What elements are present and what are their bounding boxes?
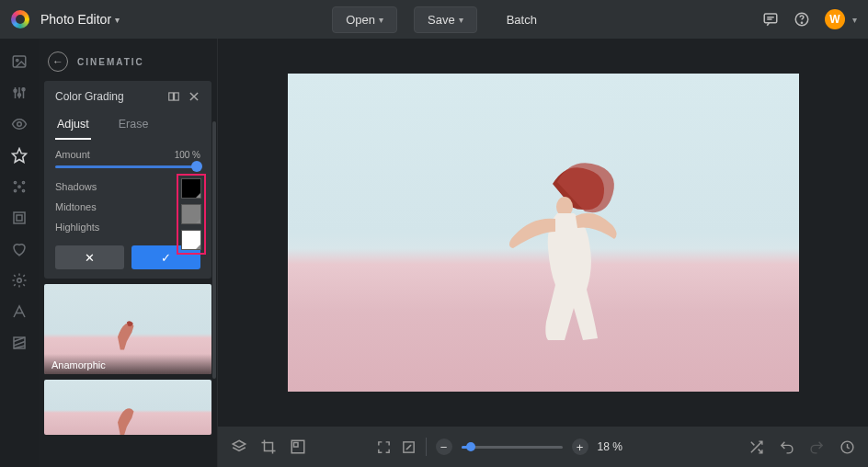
image-icon[interactable] [11, 53, 28, 70]
panel-scrollbar[interactable] [212, 121, 216, 379]
tool-rail [0, 39, 39, 467]
svg-point-18 [14, 189, 16, 191]
svg-line-25 [14, 342, 25, 347]
svg-point-13 [17, 122, 22, 127]
svg-marker-14 [13, 149, 27, 163]
canvas[interactable] [218, 39, 868, 427]
fit-icon[interactable] [376, 439, 392, 455]
crop-icon[interactable] [260, 439, 277, 455]
chat-icon[interactable] [762, 11, 779, 28]
layers-icon[interactable] [231, 439, 247, 455]
side-panel: ← CINEMATIC Color Grading Adjust Erase A… [39, 39, 218, 467]
svg-point-17 [18, 186, 20, 188]
tab-erase[interactable]: Erase [117, 112, 151, 140]
undo-icon[interactable] [779, 439, 794, 455]
shadows-swatch[interactable] [181, 178, 201, 199]
chevron-down-icon: ▾ [852, 15, 857, 25]
chevron-down-icon: ▾ [115, 15, 120, 25]
sparkle-icon[interactable] [11, 178, 28, 195]
app-logo[interactable] [11, 10, 29, 28]
grid-icon[interactable] [290, 439, 306, 455]
svg-point-19 [22, 189, 24, 191]
topbar: Photo Editor ▾ Open▾ Save▾ Batch W ▾ [0, 0, 868, 39]
avatar: W [825, 9, 845, 29]
amount-label: Amount [55, 149, 90, 160]
svg-rect-0 [764, 14, 777, 23]
divider [426, 438, 427, 456]
text-icon[interactable] [11, 303, 28, 320]
svg-rect-5 [13, 56, 26, 67]
preset-item[interactable] [44, 380, 211, 435]
preset-anamorphic[interactable]: Anamorphic [44, 284, 211, 374]
save-button[interactable]: Save▾ [414, 6, 477, 33]
photo [288, 74, 799, 392]
svg-marker-32 [233, 440, 246, 448]
account-menu[interactable]: W ▾ [825, 9, 857, 29]
svg-rect-21 [17, 215, 22, 221]
zoom-in-button[interactable]: + [572, 439, 588, 455]
eye-icon[interactable] [11, 116, 28, 132]
amount-value: 100 % [175, 150, 200, 160]
swatch-highlight-box [177, 174, 206, 255]
zoom-slider[interactable] [462, 446, 563, 449]
svg-point-16 [22, 181, 24, 183]
open-button[interactable]: Open▾ [332, 6, 397, 33]
expand-icon[interactable] [401, 439, 417, 455]
amount-slider[interactable] [55, 165, 200, 168]
chevron-down-icon: ▾ [379, 15, 383, 25]
app-title-label: Photo Editor [40, 12, 111, 27]
zoom-value: 18 % [598, 440, 622, 453]
star-icon[interactable] [11, 147, 28, 164]
gear-icon[interactable] [11, 272, 28, 289]
zoom-out-button[interactable]: − [436, 439, 452, 455]
batch-button[interactable]: Batch [494, 6, 550, 33]
card-title: Color Grading [55, 90, 124, 103]
chevron-down-icon: ▾ [459, 15, 463, 25]
svg-point-6 [17, 59, 18, 61]
preset-label: Anamorphic [44, 354, 211, 374]
svg-rect-27 [169, 93, 174, 100]
app-title-dropdown[interactable]: Photo Editor ▾ [40, 12, 120, 27]
midtones-label: Midtones [55, 201, 97, 212]
adjust-icon[interactable] [11, 85, 28, 101]
history-icon[interactable] [839, 439, 855, 455]
color-grading-card: Color Grading Adjust Erase Amount 100 % … [44, 81, 211, 279]
back-button[interactable]: ← [48, 51, 68, 72]
svg-point-4 [801, 22, 802, 23]
svg-point-22 [17, 279, 22, 283]
compare-icon[interactable] [167, 90, 180, 103]
svg-point-15 [14, 181, 16, 183]
shadows-label: Shadows [55, 181, 97, 192]
bottom-bar: − + 18 % [218, 427, 868, 467]
redo-icon[interactable] [809, 439, 825, 455]
texture-icon[interactable] [11, 335, 28, 351]
close-icon[interactable] [188, 90, 200, 103]
svg-rect-28 [175, 93, 179, 100]
svg-rect-34 [294, 443, 299, 448]
svg-rect-20 [14, 212, 25, 223]
cancel-button[interactable]: ✕ [55, 245, 124, 269]
help-icon[interactable] [794, 11, 810, 28]
frame-icon[interactable] [11, 210, 28, 226]
canvas-area: − + 18 % [218, 39, 868, 467]
shuffle-icon[interactable] [748, 439, 764, 455]
panel-title: CINEMATIC [77, 57, 144, 67]
highlights-label: Highlights [55, 222, 99, 233]
tab-adjust[interactable]: Adjust [55, 112, 91, 140]
highlights-swatch[interactable] [181, 230, 201, 250]
midtones-swatch[interactable] [181, 204, 201, 224]
heart-icon[interactable] [11, 241, 28, 257]
